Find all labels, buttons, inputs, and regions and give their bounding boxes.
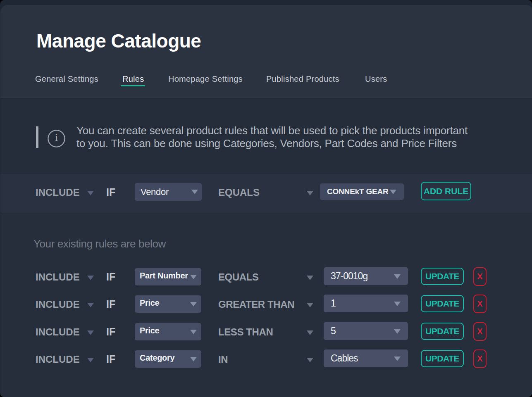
svg-text:i: i [55,131,58,143]
